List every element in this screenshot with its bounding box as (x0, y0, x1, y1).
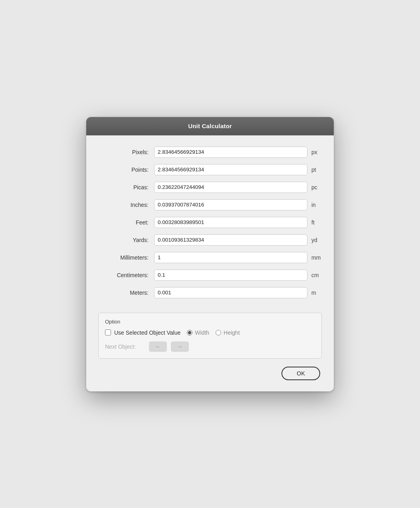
next-object-label: Next Object: (105, 343, 145, 350)
inches-unit: in (307, 202, 322, 208)
centimeters-label: Centimeters: (98, 272, 154, 278)
prev-object-button[interactable]: ← (149, 341, 167, 352)
dialog-body: Pixels: px Points: pt Picas: pc Inches: … (86, 135, 334, 391)
picas-unit: pc (307, 184, 322, 190)
centimeters-unit: cm (307, 272, 322, 278)
feet-unit: ft (307, 219, 322, 226)
width-radio-text: Width (195, 329, 209, 336)
feet-input[interactable] (154, 217, 307, 228)
height-radio-text: Height (224, 329, 240, 336)
dialog-titlebar: Unit Calculator (86, 117, 334, 135)
inches-input[interactable] (154, 199, 307, 210)
centimeters-input[interactable] (154, 270, 307, 281)
pixels-label: Pixels: (98, 149, 154, 155)
millimeters-row: Millimeters: mm (98, 252, 322, 263)
height-radio-label[interactable]: Height (216, 329, 240, 336)
points-row: Points: pt (98, 164, 322, 175)
feet-label: Feet: (98, 219, 154, 226)
centimeters-row: Centimeters: cm (98, 270, 322, 281)
picas-label: Picas: (98, 184, 154, 190)
option-legend: Option (105, 319, 315, 325)
meters-row: Meters: m (98, 287, 322, 298)
points-unit: pt (307, 167, 322, 173)
yards-unit: yd (307, 237, 322, 243)
use-selected-object-label: Use Selected Object Value (114, 329, 180, 336)
feet-row: Feet: ft (98, 217, 322, 228)
use-selected-object-checkbox[interactable] (105, 329, 111, 335)
yards-input[interactable] (154, 234, 307, 246)
inches-row: Inches: in (98, 199, 322, 210)
millimeters-unit: mm (307, 254, 322, 261)
yards-label: Yards: (98, 237, 154, 243)
option-row: Use Selected Object Value Width Height (105, 329, 315, 336)
millimeters-input[interactable] (154, 252, 307, 263)
points-input[interactable] (154, 164, 307, 175)
height-radio[interactable] (216, 330, 221, 335)
meters-label: Meters: (98, 290, 154, 296)
inches-label: Inches: (98, 202, 154, 208)
ok-button[interactable]: OK (281, 367, 320, 380)
dialog-title: Unit Calculator (188, 123, 232, 129)
option-group: Option Use Selected Object Value Width H… (98, 313, 322, 359)
picas-input[interactable] (154, 182, 307, 193)
next-object-button[interactable]: → (171, 341, 189, 352)
dialog-footer: OK (98, 367, 322, 382)
spacer (98, 305, 322, 313)
pixels-input[interactable] (154, 147, 307, 158)
meters-unit: m (307, 290, 322, 296)
picas-row: Picas: pc (98, 182, 322, 193)
pixels-unit: px (307, 149, 322, 155)
width-radio[interactable] (187, 330, 192, 335)
millimeters-label: Millimeters: (98, 254, 154, 261)
yards-row: Yards: yd (98, 234, 322, 246)
use-selected-object-checkbox-label[interactable]: Use Selected Object Value (105, 329, 180, 336)
next-object-row: Next Object: ← → (105, 341, 315, 352)
pixels-row: Pixels: px (98, 147, 322, 158)
width-radio-label[interactable]: Width (187, 329, 209, 336)
meters-input[interactable] (154, 287, 307, 298)
unit-calculator-dialog: Unit Calculator Pixels: px Points: pt Pi… (86, 117, 334, 391)
points-label: Points: (98, 167, 154, 173)
